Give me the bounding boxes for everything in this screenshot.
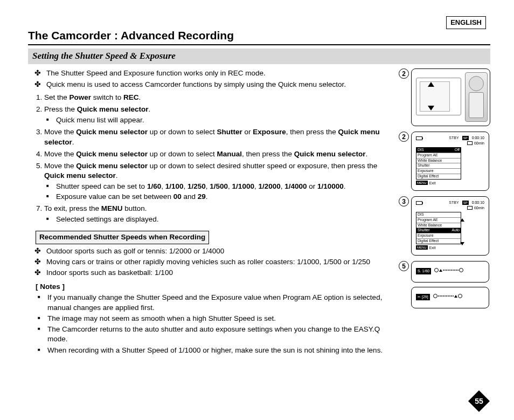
notes-heading: [ Notes ]: [36, 282, 389, 292]
note-item: The Camcorder returns to the auto shutte…: [45, 325, 389, 344]
note-item: If you manually change the Shutter Speed…: [45, 293, 389, 312]
intro-item: Quick menu is used to access Camcorder f…: [44, 80, 389, 89]
instruction-list: Set the Power switch to REC. Press the Q…: [28, 93, 389, 225]
body-text: The Shutter Speed and Exposure function …: [28, 68, 389, 356]
page-title: The Camcorder : Advanced Recording: [28, 28, 490, 45]
battery-icon: [416, 201, 422, 205]
page-number: 55: [468, 390, 490, 412]
language-badge: ENGLISH: [446, 16, 486, 29]
cassette-icon: [467, 141, 473, 145]
camcorder-illustration: [411, 68, 490, 126]
section-subtitle: Setting the Shutter Speed & Exposure: [28, 49, 490, 64]
osd-quickmenu-dis: STBY SP 0:00:10 60min DISOff Program AE …: [411, 132, 489, 191]
down-triangle-icon: [460, 242, 464, 245]
osd-shutter-value: S. 1/60: [411, 261, 489, 283]
osd-exposure-value: ✂ [29]: [411, 287, 489, 308]
note-item: When recording with a Shutter Speed of 1…: [45, 346, 389, 355]
step-marker-2: 2: [399, 132, 409, 142]
diagram-column: 2 2 STBY SP 0:00:10: [399, 68, 490, 356]
up-arrow-icon: [428, 82, 434, 87]
rec-item: Moving cars or trains or other rapidly m…: [44, 257, 389, 267]
cassette-icon: [467, 206, 473, 210]
battery-icon: [416, 136, 422, 140]
note-item: The image may not seem as smooth when a …: [45, 314, 389, 323]
step-marker-2: 2: [399, 68, 409, 79]
down-arrow-icon: [428, 106, 434, 111]
menu-badge-icon: MENU: [416, 245, 428, 250]
rec-item: Outdoor sports such as golf or tennis: 1…: [44, 246, 389, 256]
rec-item: Indoor sports such as basketball: 1/100: [44, 268, 389, 278]
up-triangle-icon: [460, 218, 464, 222]
menu-badge-icon: MENU: [416, 181, 428, 185]
step-marker-3: 3: [399, 196, 409, 206]
recommended-speeds-heading: Recommended Shutter Speeds when Recordin…: [36, 231, 209, 244]
step-marker-5: 5: [399, 261, 409, 271]
osd-quickmenu-shutter: STBY SP 0:00:10 60min DIS Program AE Whi…: [411, 196, 489, 256]
intro-item: The Shutter Speed and Exposure function …: [44, 68, 389, 78]
